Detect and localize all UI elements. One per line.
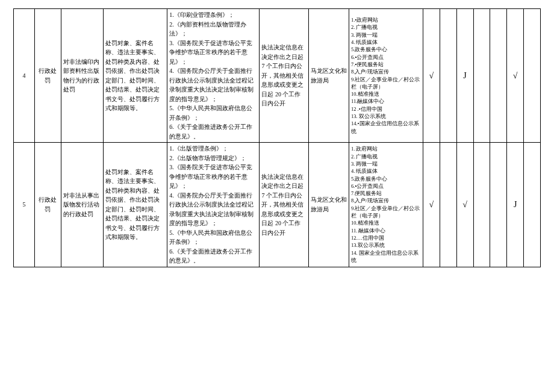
mark-4 [473, 143, 490, 267]
mark-6: J [507, 143, 524, 267]
mark-2 [440, 143, 456, 267]
row-content: 处罚对象、案件名称、违法主要事实、处罚种类和内容、处罚依据、作出处罚决定部门、处… [103, 143, 167, 267]
mark-7 [524, 9, 541, 143]
mark-5 [490, 9, 507, 143]
row-no: 5 [14, 143, 35, 267]
row-no: 4 [14, 9, 35, 143]
mark-5 [490, 143, 507, 267]
mark-7 [524, 143, 541, 267]
mark-1: √ [423, 143, 440, 267]
row-basis: 1.《出版管理条例》；2.《出版物市场管理规定》；3.《国务院关于促进市场公平竞… [167, 143, 260, 267]
row-type: 行政处罚 [34, 143, 61, 267]
row-time: 执法决定信息在决定作出之日起 7 个工作日内公开，其他相关信息形成或变更之日起 … [260, 9, 308, 143]
mark-1: √ [423, 9, 440, 143]
row-dept: 马龙区文化和旅游局 [308, 9, 349, 143]
row-time: 执法决定信息在决定作出之日起 7 个工作日内公开，其他相关信息形成或变更之日起 … [260, 143, 308, 267]
row-type: 行政处罚 [34, 9, 61, 143]
row-basis: 1.《印刷业管理条例》；2.《内部资料性出版物管理办法》；3.《国务院关于促进市… [167, 9, 260, 143]
mark-2 [440, 9, 456, 143]
mark-3: J [456, 9, 473, 143]
mark-4 [473, 9, 490, 143]
row-name: 对非法编印内部资料性出版物行为的行政处罚 [61, 9, 103, 143]
mark-6: √ [507, 9, 524, 143]
disclosure-table: 4行政处罚对非法编印内部资料性出版物行为的行政处罚处罚对象、案件名称、违法主要事… [13, 8, 541, 267]
mark-3: √ [456, 143, 473, 267]
row-content: 处罚对象、案件名称、违法主要事实、处罚种类及内容、处罚依据、作出处罚决定部门、处… [103, 9, 167, 143]
row-dept: 马龙区文化和旅游局 [308, 143, 349, 267]
row-name: 对非法从事出版物发行活动的行政处罚 [61, 143, 103, 267]
row-channels: 1. 政府网站2. 广播电视3. 两微一端4. 纸质媒体5.政务服务中心6.•公… [349, 143, 423, 267]
row-channels: 1.•政府网站2. 广播电视3. 两微一端4. 纸质媒体5.政务服务中心6.•公… [349, 9, 423, 143]
